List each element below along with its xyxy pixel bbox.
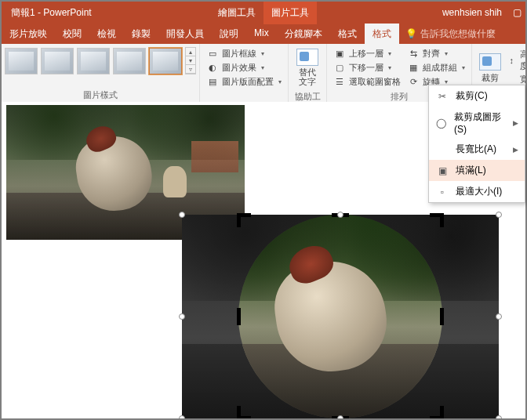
ribbon-tabs: 形片放映 校閱 檢視 錄製 開發人員 說明 Mix 分鏡腳本 格式 格式 💡 告… bbox=[2, 24, 525, 44]
selection-handle[interactable] bbox=[496, 415, 502, 418]
selection-pane-button[interactable]: ☰選取範圍窗格 bbox=[333, 75, 401, 88]
menu-crop[interactable]: ✂裁剪(C) bbox=[429, 85, 525, 107]
tab-view[interactable]: 檢視 bbox=[89, 24, 124, 44]
menu-fill[interactable]: ▣填滿(L) bbox=[429, 160, 525, 181]
aspect-icon bbox=[435, 143, 449, 156]
tab-format-picture[interactable]: 格式 bbox=[365, 24, 399, 44]
picture-border-button[interactable]: ▭圖片框線▾ bbox=[206, 47, 282, 60]
crop-rectangle[interactable] bbox=[238, 215, 442, 418]
selection-handle[interactable] bbox=[337, 212, 343, 218]
tell-me[interactable]: 💡 告訴我您想做什麼 bbox=[399, 24, 502, 44]
style-thumb[interactable] bbox=[41, 48, 74, 74]
rotate-icon: ⟳ bbox=[407, 75, 420, 88]
layout-icon: ▤ bbox=[206, 75, 219, 88]
signed-in-user[interactable]: wenhsien shih bbox=[436, 7, 508, 18]
style-thumb[interactable] bbox=[5, 48, 38, 74]
menu-aspect-ratio[interactable]: 長寬比(A)▶ bbox=[429, 139, 525, 160]
border-icon: ▭ bbox=[206, 47, 219, 60]
tab-slideshow[interactable]: 形片放映 bbox=[2, 24, 55, 44]
ribbon-display-icon[interactable]: ▢ bbox=[508, 7, 525, 18]
context-tab-picture[interactable]: 圖片工具 bbox=[264, 2, 317, 24]
menu-fit[interactable]: ▫最適大小(I) bbox=[429, 181, 525, 202]
tab-help[interactable]: 說明 bbox=[212, 24, 246, 44]
selection-handle[interactable] bbox=[179, 415, 185, 418]
tell-me-label: 告訴我您想做什麼 bbox=[420, 27, 496, 41]
selection-handle[interactable] bbox=[496, 212, 502, 218]
style-thumb-selected[interactable] bbox=[149, 48, 182, 74]
title-bar: 簡報1 - PowerPoint 繪圖工具 圖片工具 wenhsien shih… bbox=[2, 2, 525, 24]
picture-layout-button[interactable]: ▤圖片版面配置▾ bbox=[206, 75, 282, 88]
tab-mix[interactable]: Mix bbox=[246, 24, 277, 44]
styles-gallery-expand[interactable]: ▴▾▿ bbox=[185, 47, 196, 74]
alt-text-button[interactable]: 替代 文字 bbox=[292, 45, 323, 89]
tab-review[interactable]: 校閱 bbox=[55, 24, 89, 44]
group-picture-styles: ▴▾▿ 圖片樣式 bbox=[2, 44, 200, 103]
bulb-icon: 💡 bbox=[405, 28, 417, 39]
bring-forward-button[interactable]: ▣上移一層▾ bbox=[333, 47, 401, 60]
shape-icon: ◯ bbox=[435, 117, 448, 129]
selection-handle[interactable] bbox=[179, 313, 185, 320]
document-title: 簡報1 - PowerPoint bbox=[2, 6, 92, 20]
bring-forward-icon: ▣ bbox=[333, 47, 346, 60]
effects-icon: ◐ bbox=[206, 61, 219, 74]
crop-icon bbox=[479, 53, 501, 71]
fill-icon: ▣ bbox=[435, 165, 449, 177]
crop-icon: ✂ bbox=[435, 90, 449, 103]
selection-pane-icon: ☰ bbox=[333, 75, 346, 88]
group-label-styles: 圖片樣式 bbox=[5, 88, 196, 103]
send-backward-button[interactable]: ▢下移一層▾ bbox=[333, 61, 401, 74]
context-tab-drawing[interactable]: 繪圖工具 bbox=[210, 2, 264, 24]
align-icon: ⇆ bbox=[407, 47, 420, 60]
alt-text-icon bbox=[296, 49, 318, 66]
tab-developer[interactable]: 開發人員 bbox=[158, 24, 212, 44]
tab-format-drawing[interactable]: 格式 bbox=[330, 24, 365, 44]
selection-handle[interactable] bbox=[496, 313, 502, 320]
selection-handle[interactable] bbox=[179, 212, 185, 218]
group-accessibility: 替代 文字 協助工具 bbox=[289, 44, 327, 103]
style-thumb[interactable] bbox=[77, 48, 110, 74]
group-objects-button[interactable]: ▦組成群組▾ bbox=[407, 61, 465, 74]
height-icon: ↕ bbox=[506, 54, 517, 67]
tab-storyboard[interactable]: 分鏡腳本 bbox=[277, 24, 330, 44]
send-backward-icon: ▢ bbox=[333, 61, 346, 74]
crop-dropdown-menu: ✂裁剪(C) ◯裁剪成圖形(S)▶ 長寬比(A)▶ ▣填滿(L) ▫最適大小(I… bbox=[428, 85, 525, 203]
group-picture-adjust: ▭圖片框線▾ ◐圖片效果▾ ▤圖片版面配置▾ bbox=[200, 44, 289, 103]
group-icon: ▦ bbox=[407, 61, 420, 74]
menu-crop-to-shape[interactable]: ◯裁剪成圖形(S)▶ bbox=[429, 107, 525, 139]
tab-record[interactable]: 錄製 bbox=[124, 24, 158, 44]
picture-2-selected[interactable] bbox=[182, 215, 499, 418]
fit-icon: ▫ bbox=[435, 186, 449, 198]
selection-handle[interactable] bbox=[337, 415, 343, 418]
picture-effects-button[interactable]: ◐圖片效果▾ bbox=[206, 61, 282, 74]
height-label: 高度: bbox=[520, 49, 527, 72]
align-button[interactable]: ⇆對齊▾ bbox=[407, 47, 465, 60]
style-thumb[interactable] bbox=[113, 48, 146, 74]
